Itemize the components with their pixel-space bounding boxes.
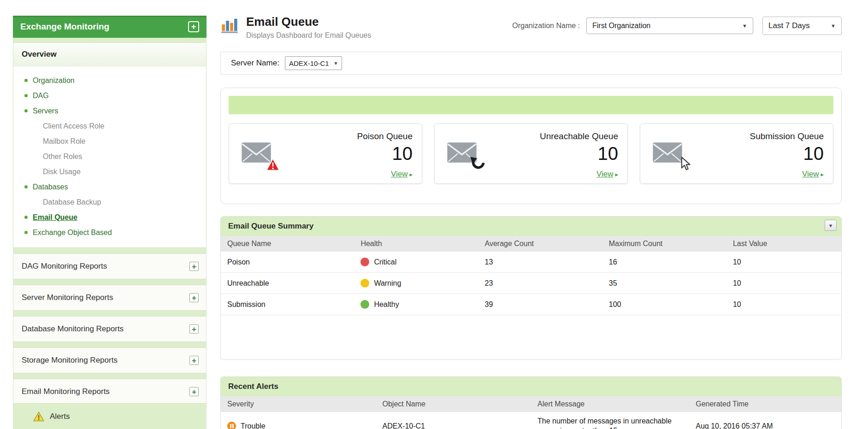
column-header: Generated Time <box>689 396 841 412</box>
sidebar-item-other-roles[interactable]: Other Roles <box>13 149 206 164</box>
sidebar-section-server-monitoring-reports[interactable]: Server Monitoring Reports + <box>13 285 207 311</box>
view-arrow-icon: ▸ <box>821 171 824 178</box>
status-dot <box>360 258 369 266</box>
main-content: Email Queue Displays Dashboard for Email… <box>220 0 842 429</box>
health-label: Warning <box>374 279 401 288</box>
server-select[interactable]: ADEX-10-C1 ▼ <box>285 56 342 70</box>
sidebar-item-email-queue[interactable]: Email Queue <box>13 210 206 225</box>
organization-select-value: First Organization <box>592 22 650 30</box>
sidebar-section-overview[interactable]: Overview <box>13 43 206 66</box>
period-select-value: Last 7 Days <box>768 21 810 30</box>
sidebar-section-email-monitoring-reports[interactable]: Email Monitoring Reports + <box>13 379 207 405</box>
column-header: Alert Message <box>531 396 689 412</box>
view-link[interactable]: View <box>596 170 614 178</box>
alerts-label: Alerts <box>50 412 70 421</box>
period-select[interactable]: Last 7 Days ▼ <box>762 17 842 35</box>
sidebar-item-client-access-role[interactable]: Client Access Role <box>13 118 206 134</box>
header-controls: Organization Name : First Organization ▼… <box>512 17 842 35</box>
sidebar-section-dag-monitoring-reports[interactable]: DAG Monitoring Reports + <box>13 253 207 279</box>
server-name-label: Server Name: <box>231 59 279 68</box>
health-label: Critical <box>374 258 396 266</box>
server-select-value: ADEX-10-C1 <box>289 59 329 67</box>
card-title: Submission Queue <box>650 131 824 141</box>
generated-time-cell: Aug 10, 2016 05:37 AM <box>689 412 841 429</box>
sidebar-item-servers[interactable]: Servers <box>13 103 206 118</box>
column-header: Maximum Count <box>602 236 726 252</box>
sidebar-overview-block: Overview Organization DAG Servers Client… <box>13 42 207 248</box>
panel-empty-space <box>221 315 841 359</box>
page-header: Email Queue Displays Dashboard for Email… <box>220 15 842 40</box>
sidebar-item-disk-usage[interactable]: Disk Usage <box>13 164 206 179</box>
trouble-icon <box>227 422 236 429</box>
undo-arrow-overlay-icon <box>470 156 485 171</box>
maximum-count-cell: 100 <box>602 294 726 315</box>
last-value-cell: 10 <box>726 273 841 294</box>
sidebar: Exchange Monitoring + Overview Organizat… <box>13 16 207 429</box>
queue-name-cell: Submission <box>221 294 354 315</box>
panel-header: Recent Alerts <box>221 377 841 396</box>
alert-row: Trouble ADEX-10-C1 The number of message… <box>221 412 841 429</box>
summary-header-row: Queue Name Health Average Count Maximum … <box>221 236 841 252</box>
view-link[interactable]: View <box>802 170 819 178</box>
sidebar-header: Exchange Monitoring + <box>13 16 207 38</box>
column-header: Object Name <box>376 396 531 412</box>
sidebar-item-label: Email Queue <box>33 213 77 222</box>
cursor-overlay-icon <box>679 157 691 171</box>
sidebar-item-label: Organization <box>33 76 75 85</box>
maximum-count-cell: 35 <box>602 273 726 294</box>
sidebar-section-database-monitoring-reports[interactable]: Database Monitoring Reports + <box>13 316 207 342</box>
sidebar-item-database-backup[interactable]: Database Backup <box>13 194 206 210</box>
severity-cell: Trouble <box>221 412 376 429</box>
sidebar-item-databases[interactable]: Databases <box>13 179 206 194</box>
card-title: Unreachable Queue <box>444 131 618 141</box>
sidebar-item-mailbox-role[interactable]: Mailbox Role <box>13 134 206 149</box>
sidebar-section-label: Storage Monitoring Reports <box>22 356 189 365</box>
expand-plus-icon[interactable]: + <box>189 262 199 271</box>
add-icon[interactable]: + <box>188 21 199 32</box>
sidebar-title: Exchange Monitoring <box>20 22 188 32</box>
queue-cards-panel: Poison Queue 10 View▸ <box>220 88 842 204</box>
column-header: Queue Name <box>221 236 354 252</box>
summary-row: Unreachable Warning 23 35 10 <box>221 273 841 294</box>
sidebar-section-label: Email Monitoring Reports <box>22 387 189 396</box>
sidebar-section-storage-monitoring-reports[interactable]: Storage Monitoring Reports + <box>13 347 207 373</box>
object-name-cell: ADEX-10-C1 <box>376 412 531 429</box>
status-dot <box>360 279 369 288</box>
view-link[interactable]: View <box>391 170 408 178</box>
sidebar-item-organization[interactable]: Organization <box>13 73 206 88</box>
sidebar-item-exchange-object-based[interactable]: Exchange Object Based <box>13 225 206 240</box>
envelope-warning-icon <box>241 141 273 165</box>
panel-title: Email Queue Summary <box>228 222 313 230</box>
expand-plus-icon[interactable]: + <box>189 387 199 396</box>
sidebar-alerts[interactable]: Alerts <box>13 403 207 429</box>
queue-name-cell: Poison <box>221 252 354 273</box>
page-title: Email Queue <box>246 15 371 29</box>
summary-table: Queue Name Health Average Count Maximum … <box>221 236 841 315</box>
sidebar-item-dag[interactable]: DAG <box>13 88 206 103</box>
sidebar-item-label: Exchange Object Based <box>33 229 112 237</box>
submission-queue-card: Submission Queue 10 View▸ <box>640 123 833 184</box>
alert-message-cell: The number of messages in unreachable qu… <box>531 412 689 429</box>
envelope-cursor-icon <box>652 141 685 165</box>
sidebar-section-label: Server Monitoring Reports <box>22 293 189 302</box>
expand-plus-icon[interactable]: + <box>189 293 199 302</box>
panel-green-strip <box>229 96 833 114</box>
queue-name-cell: Unreachable <box>221 273 354 294</box>
organization-select[interactable]: First Organization ▼ <box>586 18 753 34</box>
expand-plus-icon[interactable]: + <box>189 324 199 334</box>
last-value-cell: 10 <box>726 294 841 315</box>
collapse-icon[interactable]: ▾ <box>825 220 837 231</box>
panel-title: Recent Alerts <box>228 382 278 391</box>
health-cell: Healthy <box>354 294 478 315</box>
sidebar-item-label: DAG <box>33 92 49 100</box>
view-arrow-icon: ▸ <box>615 171 618 178</box>
sidebar-section-label: DAG Monitoring Reports <box>22 262 189 271</box>
health-cell: Critical <box>354 252 478 273</box>
health-label: Healthy <box>374 300 399 309</box>
expand-plus-icon[interactable]: + <box>189 356 199 365</box>
column-header: Average Count <box>478 236 602 252</box>
maximum-count-cell: 16 <box>602 252 726 273</box>
queue-cards-row: Poison Queue 10 View▸ <box>229 123 833 184</box>
sidebar-item-label: Database Backup <box>43 198 101 206</box>
bullet-icon <box>24 79 28 82</box>
